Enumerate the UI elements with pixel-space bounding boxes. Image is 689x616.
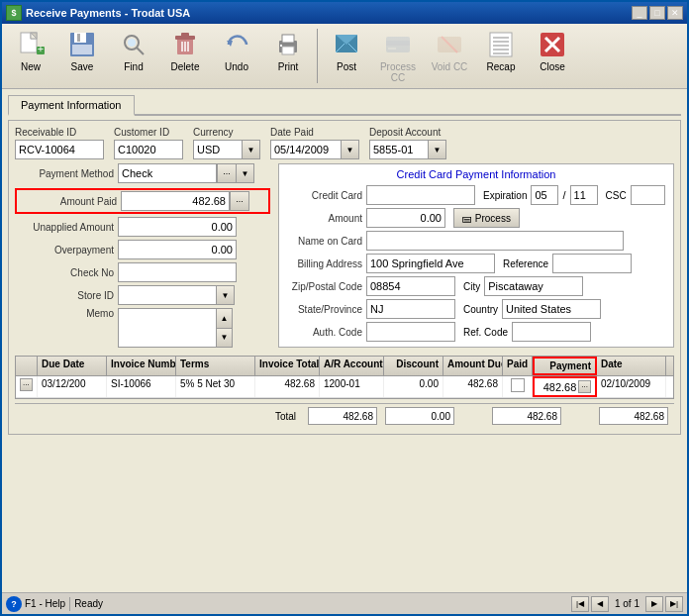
receivable-id-input[interactable] [15,140,104,159]
memo-scroll-up[interactable]: ▲ [217,308,233,329]
customer-id-group: Customer ID [114,127,183,159]
amount-paid-row: Amount Paid ··· [15,188,270,214]
auth-input[interactable] [366,322,455,342]
delete-label: Delete [171,61,200,72]
cell-date: 02/10/2009 [597,376,666,397]
payment-method-row: Payment Method ··· ▼ [15,163,270,183]
cc-name-input[interactable] [366,231,624,251]
payment-browse-btn[interactable]: ··· [578,380,591,393]
new-button[interactable]: + New [6,27,55,85]
payment-info-tab[interactable]: Payment Information [8,95,135,116]
nav-prev-button[interactable]: ◀ [591,596,609,612]
col-due-date: Due Date [38,357,107,375]
row-btn[interactable]: ··· [16,376,38,397]
exp-year-input[interactable] [570,185,598,205]
payment-method-input[interactable] [118,163,217,183]
state-input[interactable] [366,299,455,319]
col-amtdue: Amount Due [443,357,503,375]
city-input[interactable] [484,276,583,296]
cell-paid[interactable] [503,376,533,397]
void-cc-button[interactable]: Void CC [425,27,474,85]
paid-checkbox[interactable] [511,378,525,392]
store-id-row: Store ID ▼ [15,285,270,305]
nav-last-button[interactable]: ▶| [665,596,683,612]
new-icon: + [15,29,47,60]
close-button[interactable]: ✕ [667,6,683,20]
process-cc-label: Process CC [377,61,419,83]
col-payment: Payment [533,357,597,375]
cc-title: Credit Card Payment Information [283,168,669,180]
payment-method-label: Payment Method [15,168,114,179]
deposit-account-dropdown[interactable]: ▼ [429,140,446,159]
payment-method-browse[interactable]: ··· [217,163,237,183]
date-paid-input[interactable] [270,140,342,159]
footer-payment [599,407,668,425]
save-label: Save [71,61,94,72]
col-paid: Paid [503,357,533,375]
minimize-button[interactable]: _ [632,6,647,20]
currency-input[interactable] [193,140,243,159]
cc-amount-row: Amount 🖴 Process [283,208,669,228]
save-button[interactable]: Save [57,27,107,85]
col-invoice: Invoice Numb [107,357,176,375]
cc-number-input[interactable] [366,185,475,205]
process-cc-button[interactable]: Process CC [373,27,423,85]
print-icon [272,29,304,60]
billing-label: Billing Address [283,258,362,269]
csc-input[interactable] [631,185,665,205]
zip-input[interactable] [366,276,455,296]
amount-paid-input[interactable] [121,191,230,211]
deposit-account-input[interactable] [369,140,429,159]
svg-line-10 [137,48,144,54]
print-button[interactable]: Print [263,27,313,85]
maximize-button[interactable]: □ [649,6,665,20]
currency-group: Currency ▼ [193,127,260,159]
nav-first-button[interactable]: |◀ [571,596,589,612]
cell-ar: 1200-01 [320,376,384,397]
cc-amount-input[interactable] [366,208,445,228]
void-cc-icon [434,29,465,60]
ref-code-input[interactable] [512,322,591,342]
process-button[interactable]: 🖴 Process [453,208,520,228]
country-input[interactable] [502,299,601,319]
memo-input[interactable] [118,308,217,348]
undo-button[interactable]: Undo [212,27,261,85]
reference-input[interactable] [552,254,632,273]
status-text: Ready [74,598,103,609]
exp-month-input[interactable] [531,185,558,205]
undo-icon [221,29,252,60]
svg-point-11 [128,39,136,47]
svg-rect-22 [280,45,282,47]
recap-icon [485,29,517,60]
find-button[interactable]: Find [109,27,158,85]
svg-rect-8 [72,45,92,54]
check-no-label: Check No [15,267,114,278]
amount-paid-browse[interactable]: ··· [230,191,249,211]
unapplied-row: Unapplied Amount [15,217,270,237]
customer-id-input[interactable] [114,140,183,159]
zip-label: Zip/Postal Code [283,281,362,292]
cell-invoice: SI-10066 [107,376,176,397]
svg-rect-14 [181,33,189,37]
svg-rect-20 [282,35,294,43]
overpayment-input[interactable] [118,240,237,259]
billing-input[interactable] [366,254,495,273]
delete-button[interactable]: Delete [160,27,210,85]
memo-scroll-down[interactable]: ▼ [217,329,233,349]
nav-next-button[interactable]: ▶ [645,596,663,612]
store-id-input[interactable] [118,285,217,305]
unapplied-input[interactable] [118,217,237,237]
row-browse-btn[interactable]: ··· [20,378,33,391]
store-id-dropdown[interactable]: ▼ [217,285,235,305]
post-button[interactable]: Post [322,27,371,85]
payment-method-dropdown[interactable]: ▼ [237,163,254,183]
currency-dropdown[interactable]: ▼ [243,140,260,159]
check-no-input[interactable] [118,262,237,282]
billing-row: Billing Address Reference [283,254,669,273]
store-id-label: Store ID [15,290,114,301]
post-icon [331,29,362,60]
amount-paid-form-row: Amount Paid ··· [18,191,267,211]
close-tool-button[interactable]: Close [528,27,577,85]
date-paid-dropdown[interactable]: ▼ [342,140,359,159]
recap-button[interactable]: Recap [476,27,526,85]
